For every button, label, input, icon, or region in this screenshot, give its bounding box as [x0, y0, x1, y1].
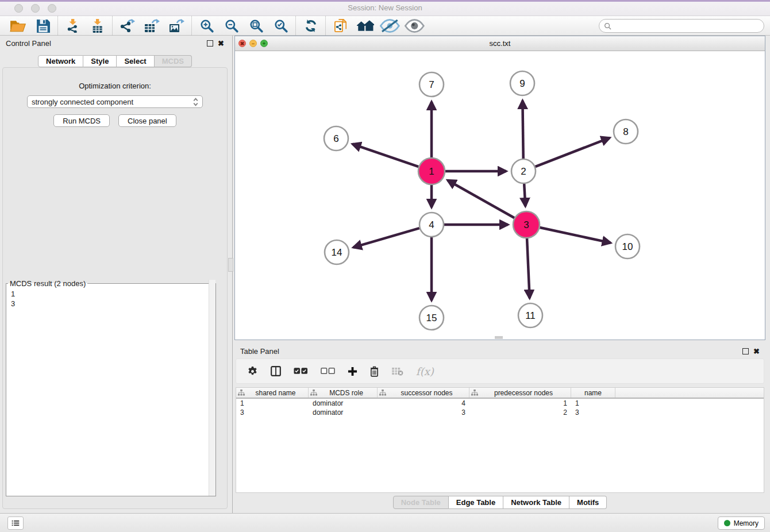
tree-icon — [238, 390, 245, 396]
graph-node-11[interactable]: 11 — [518, 303, 542, 327]
graph-edge-1-6[interactable] — [352, 144, 418, 167]
refresh-button[interactable] — [298, 17, 323, 34]
table-row[interactable]: 3dominator323 — [236, 408, 764, 417]
task-history-button[interactable] — [7, 516, 24, 530]
graph-edge-2-3[interactable] — [524, 184, 525, 206]
table-tab-edge-table[interactable]: Edge Table — [449, 496, 503, 509]
graph-edge-3-11[interactable] — [527, 238, 530, 298]
graph-edge-2-8[interactable] — [536, 138, 610, 167]
close-panel-button[interactable]: Close panel — [118, 114, 176, 127]
graph-edge-4-14[interactable] — [353, 228, 419, 247]
column-header-shared-name[interactable]: shared name — [236, 388, 309, 398]
float-table-panel-button[interactable] — [742, 348, 749, 354]
function-builder-button[interactable]: f(x) — [416, 365, 434, 377]
search-box[interactable] — [599, 19, 764, 33]
graph-node-3[interactable]: 3 — [513, 211, 540, 238]
network-scrollbar-handle[interactable] — [495, 336, 503, 339]
window-title: Session: New Session — [0, 0, 770, 16]
save-session-button[interactable] — [30, 17, 55, 34]
table-cell[interactable]: 3 — [571, 408, 615, 417]
settings-button[interactable] — [247, 366, 258, 377]
column-header-predecessor-nodes[interactable]: predecessor nodes — [469, 388, 571, 398]
column-header-successor-nodes[interactable]: successor nodes — [378, 388, 469, 398]
graph-node-2[interactable]: 2 — [511, 159, 536, 183]
export-network-icon — [120, 19, 135, 33]
column-header-mcds-role[interactable]: MCDS role — [309, 388, 378, 398]
graph-edge-3-10[interactable] — [540, 228, 610, 243]
export-image-button[interactable] — [164, 17, 189, 34]
float-panel-button[interactable] — [207, 40, 213, 47]
graph-node-10[interactable]: 10 — [615, 234, 640, 259]
zoom-out-button[interactable] — [219, 17, 244, 34]
memory-button[interactable]: Memory — [718, 516, 765, 530]
graph-edge-2-9[interactable] — [522, 101, 523, 159]
network-canvas[interactable]: 7968124314101511 — [235, 52, 765, 340]
network-window-titlebar[interactable]: ✖ − + scc.txt — [235, 36, 765, 51]
table-tab-node-table[interactable]: Node Table — [393, 496, 449, 509]
tree-icon — [379, 390, 386, 396]
graph-node-9[interactable]: 9 — [510, 71, 534, 95]
tab-select[interactable]: Select — [117, 55, 154, 67]
mcds-result-scrollbar[interactable] — [209, 280, 215, 496]
create-column-button[interactable] — [348, 367, 357, 376]
graph-node-7[interactable]: 7 — [419, 72, 444, 97]
table-cell[interactable]: 1 — [236, 399, 309, 407]
minimize-window-button[interactable] — [31, 4, 40, 13]
graph-node-6[interactable]: 6 — [324, 126, 348, 151]
zoom-selected-button[interactable] — [268, 17, 293, 34]
criterion-select[interactable]: strongly connected component — [27, 95, 203, 108]
tab-network[interactable]: Network — [38, 55, 83, 67]
delete-table-button[interactable] — [391, 367, 403, 376]
split-panel-button[interactable] — [271, 366, 281, 376]
close-table-panel-button[interactable]: ✖ — [753, 348, 760, 355]
column-header-name[interactable]: name — [571, 388, 615, 398]
deselect-all-checkboxes-button[interactable] — [321, 367, 335, 375]
open-file-button[interactable] — [6, 17, 30, 34]
table-cell[interactable]: 4 — [378, 399, 469, 407]
network-window-title: scc.txt — [235, 36, 765, 51]
tab-mcds[interactable]: MCDS — [155, 55, 192, 67]
delete-column-button[interactable] — [370, 366, 379, 377]
zoom-in-button[interactable] — [194, 17, 219, 34]
import-table-button[interactable] — [85, 17, 110, 34]
graph-node-label: 8 — [623, 126, 628, 137]
import-network-button[interactable] — [60, 17, 85, 34]
table-cell[interactable]: dominator — [309, 408, 378, 417]
table-cell[interactable]: 2 — [469, 408, 571, 417]
table-cell[interactable]: dominator — [309, 399, 378, 407]
zoom-fit-icon — [249, 19, 263, 33]
show-graphics-details-button[interactable] — [402, 17, 427, 34]
table-cell[interactable]: 3 — [378, 408, 469, 417]
zoom-window-button[interactable] — [48, 4, 56, 13]
graph-edge-3-1[interactable] — [448, 180, 514, 218]
network-minimize-button[interactable]: − — [249, 40, 257, 47]
network-maximize-button[interactable]: + — [260, 40, 268, 47]
graph-node-8[interactable]: 8 — [614, 119, 638, 144]
table-tab-network-table[interactable]: Network Table — [503, 496, 569, 509]
graph-node-15[interactable]: 15 — [419, 306, 444, 330]
graph-node-4[interactable]: 4 — [419, 213, 444, 237]
export-table-button[interactable] — [140, 17, 164, 34]
duplicate-network-button[interactable] — [328, 17, 353, 34]
close-panel-icon-button[interactable]: ✖ — [218, 40, 224, 47]
export-table-icon — [144, 19, 160, 33]
table-tab-motifs[interactable]: Motifs — [569, 496, 607, 509]
close-window-button[interactable] — [14, 4, 23, 13]
graph-node-1[interactable]: 1 — [418, 158, 445, 184]
network-close-button[interactable]: ✖ — [238, 40, 246, 47]
search-input[interactable] — [614, 21, 759, 30]
export-network-button[interactable] — [115, 17, 140, 34]
hide-graphics-details-button[interactable] — [378, 17, 402, 34]
select-all-checkboxes-button[interactable] — [294, 367, 308, 375]
table-cell[interactable]: 3 — [236, 408, 309, 417]
tab-style[interactable]: Style — [83, 55, 117, 67]
table-cell[interactable]: 1 — [571, 399, 615, 407]
graph-node-14[interactable]: 14 — [325, 240, 349, 264]
panel-divider-handle[interactable] — [228, 258, 233, 272]
table-row[interactable]: 1dominator411 — [236, 399, 764, 408]
home-button[interactable] — [353, 17, 378, 34]
run-mcds-button[interactable]: Run MCDS — [53, 114, 110, 127]
zoom-in-icon — [200, 19, 214, 33]
table-cell[interactable]: 1 — [469, 399, 571, 407]
zoom-fit-button[interactable] — [244, 17, 268, 34]
